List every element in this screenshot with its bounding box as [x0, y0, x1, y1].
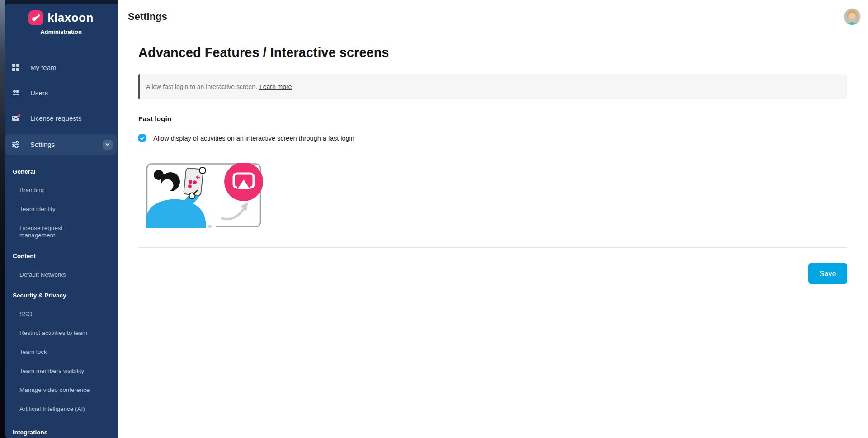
notification-badge: [18, 114, 21, 117]
brand-logo[interactable]: klaxoon: [5, 10, 118, 25]
sidebar-item-sso[interactable]: SSO: [19, 311, 118, 318]
settings-page-body: Advanced Features / Interactive screens …: [118, 45, 868, 284]
sidebar-item-restrict-activities[interactable]: Restrict activities to team: [19, 330, 118, 337]
mail-icon: [12, 114, 20, 122]
brand-subtitle: Administration: [5, 28, 118, 35]
section-divider: [138, 247, 847, 248]
sidebar-item-artificial-intelligence[interactable]: Artificial Intelligence (AI): [19, 405, 118, 413]
sidebar-item-branding[interactable]: Branding: [19, 187, 118, 194]
sidebar-item-manage-video-conference[interactable]: Manage video conference: [19, 386, 118, 394]
sidebar-item-label: Settings: [30, 141, 55, 148]
fast-login-heading: Fast login: [138, 115, 847, 123]
fast-login-checkbox-row: Allow display of activities on an intera…: [138, 134, 847, 142]
sidebar-divider: [9, 49, 113, 49]
fast-login-illustration: [145, 163, 263, 228]
info-banner-text: Allow fast login to an interactive scree…: [146, 83, 257, 90]
sidebar-item-label: Users: [30, 89, 48, 97]
settings-collapse-button[interactable]: [103, 140, 113, 150]
sidebar-item-my-team[interactable]: My team: [5, 58, 117, 76]
page-title: Advanced Features / Interactive screens: [138, 45, 847, 60]
sliders-icon: [12, 141, 20, 149]
sidebar-item-label: My team: [30, 64, 57, 71]
save-row: Save: [138, 263, 847, 284]
info-banner: Allow fast login to an interactive scree…: [138, 74, 847, 99]
section-title-general: General: [13, 168, 118, 175]
users-icon: [12, 89, 20, 97]
section-title-security-privacy: Security & Privacy: [13, 292, 118, 299]
sidebar-item-license-request-management[interactable]: License request management: [19, 225, 83, 239]
sidebar-item-settings[interactable]: Settings: [5, 134, 117, 155]
save-button[interactable]: Save: [808, 263, 847, 284]
sidebar-item-team-identity[interactable]: Team identity: [19, 206, 118, 213]
chevron-down-icon: [105, 142, 110, 147]
sidebar: klaxoon Administration My team: [5, 4, 118, 438]
sidebar-item-team-members-visibility[interactable]: Team members visibility: [19, 367, 118, 375]
sidebar-item-users[interactable]: Users: [5, 84, 117, 102]
dashboard-icon: [12, 63, 20, 71]
page-header-title: Settings: [128, 11, 167, 23]
user-avatar[interactable]: [844, 9, 860, 25]
fast-login-checkbox[interactable]: [138, 134, 146, 142]
sidebar-item-team-lock[interactable]: Team lock: [19, 349, 118, 356]
sidebar-nav: My team Users License reque: [5, 58, 118, 155]
section-title-integrations: Integrations: [13, 429, 118, 436]
klaxoon-logo-icon: [28, 10, 43, 25]
topbar: Settings: [118, 0, 868, 33]
sidebar-item-label: License requests: [30, 114, 81, 122]
horn-icon: [31, 13, 41, 23]
main-content: Settings Advanced Features / Interactive…: [118, 0, 868, 438]
check-icon: [140, 136, 145, 141]
learn-more-link[interactable]: Learn more: [259, 83, 292, 90]
sidebar-item-license-requests[interactable]: License requests: [5, 109, 117, 127]
brand-name: klaxoon: [47, 11, 94, 25]
sidebar-item-default-networks[interactable]: Default Networks: [19, 271, 118, 278]
fast-login-checkbox-label: Allow display of activities on an intera…: [153, 135, 354, 142]
section-title-content: Content: [13, 253, 118, 259]
